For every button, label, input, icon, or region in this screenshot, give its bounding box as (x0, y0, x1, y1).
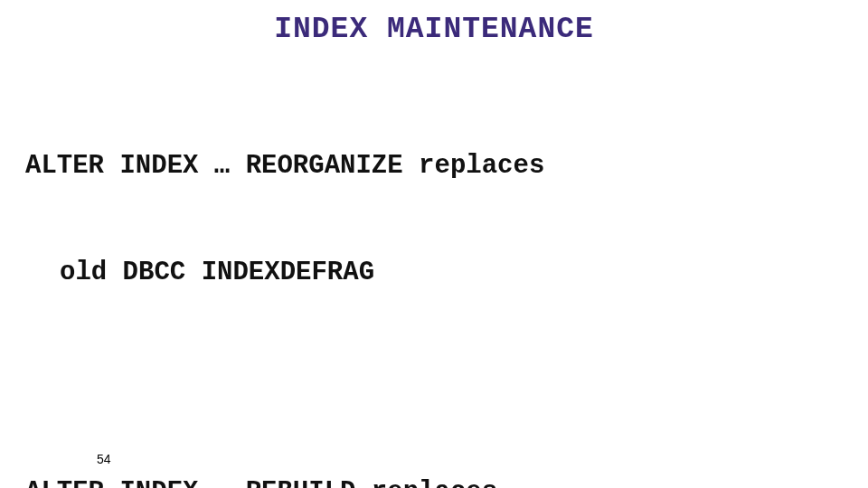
paragraph-2-line-1: ALTER INDEX … REBUILD replaces (25, 474, 843, 488)
paragraph-1-line-2: old DBCC INDEXDEFRAG (25, 255, 843, 290)
paragraph-1: ALTER INDEX … REORGANIZE replaces old DB… (25, 77, 843, 362)
slide: INDEX MAINTENANCE ALTER INDEX … REORGANI… (0, 0, 868, 488)
paragraph-2: ALTER INDEX … REBUILD replaces old DBCC … (25, 404, 843, 489)
page-number: 54 (97, 452, 111, 466)
paragraph-1-line-1: ALTER INDEX … REORGANIZE replaces (25, 148, 843, 183)
slide-title: INDEX MAINTENANCE (25, 13, 843, 46)
